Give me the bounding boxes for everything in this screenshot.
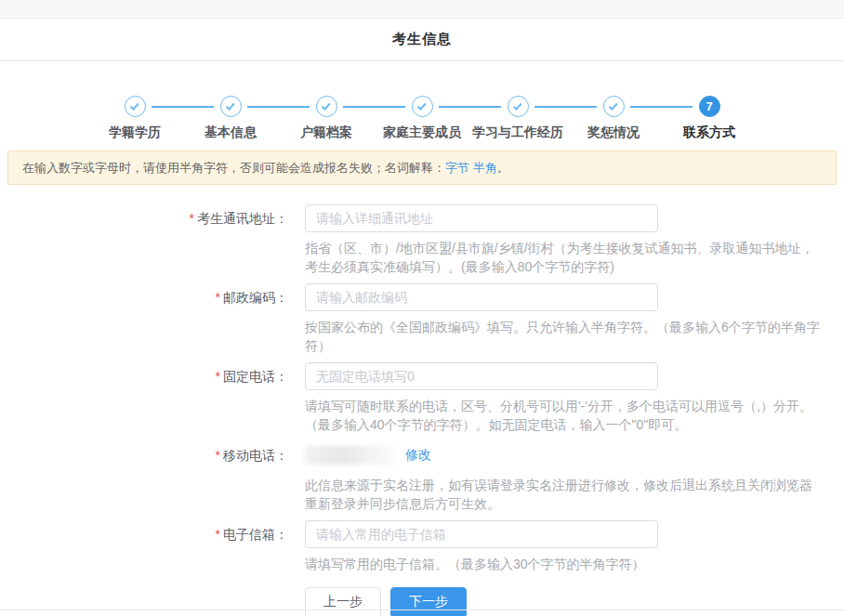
halfwidth-definition-link[interactable]: 半角	[473, 161, 497, 175]
field-label: *固定电话：	[0, 362, 288, 434]
step-done-circle	[603, 96, 625, 117]
step-done-circle	[412, 96, 433, 117]
check-icon	[129, 101, 138, 111]
landline-help-text: 请填写可随时联系的电话，区号、分机号可以用'-'分开，多个电话可以用逗号（,）分…	[305, 398, 824, 434]
step-item-student-status: 学籍学历	[87, 96, 183, 141]
field-row-mobile: *移动电话： 修改 此信息来源于实名注册，如有误请登录实名注册进行修改，修改后退…	[0, 441, 844, 513]
modify-phone-link[interactable]: 修改	[405, 447, 431, 464]
candidate-info-page: 考生信息 学籍学历 基本信息 户籍档案 家庭主要成员 学习与工作经历 奖惩情况 …	[0, 0, 844, 616]
step-label: 户籍档案	[300, 125, 352, 141]
step-label: 家庭主要成员	[383, 125, 461, 141]
field-label: *考生通讯地址：	[0, 204, 288, 276]
form-actions: 上一步 下一步	[305, 587, 844, 616]
step-item-family-members: 家庭主要成员	[375, 96, 470, 141]
email-input[interactable]	[305, 520, 658, 548]
panel-bottom-border	[0, 609, 844, 610]
step-label: 基本信息	[204, 125, 257, 141]
top-strip	[0, 0, 844, 19]
field-row-email: *电子信箱： 请填写常用的电子信箱。（最多输入30个字节的半角字符）	[0, 520, 844, 574]
field-row-postcode: *邮政编码： 按国家公布的《全国邮政编码》填写。只允许输入半角字符。（最多输入6…	[0, 283, 844, 355]
step-item-contact-info: 7 联系方式	[662, 96, 758, 141]
email-help-text: 请填写常用的电子信箱。（最多输入30个字节的半角字符）	[305, 556, 824, 574]
step-done-circle	[508, 96, 529, 117]
field-row-landline: *固定电话： 请填写可随时联系的电话，区号、分机号可以用'-'分开，多个电话可以…	[0, 362, 844, 434]
step-item-study-work-history: 学习与工作经历	[470, 96, 566, 141]
previous-step-button[interactable]: 上一步	[305, 587, 381, 616]
required-asterisk: *	[190, 211, 194, 226]
address-input[interactable]	[305, 204, 658, 232]
check-icon	[512, 101, 521, 111]
notice-suffix: 。	[497, 161, 509, 175]
byte-definition-link[interactable]: 字节	[445, 161, 469, 175]
required-asterisk: *	[216, 448, 220, 463]
step-done-circle	[316, 96, 337, 117]
field-label: *移动电话：	[0, 441, 288, 513]
mobile-help-text: 此信息来源于实名注册，如有误请登录实名注册进行修改，修改后退出系统且关闭浏览器重…	[305, 477, 824, 513]
step-label: 奖惩情况	[587, 125, 640, 141]
check-icon	[321, 101, 330, 111]
address-help-text: 指省（区、市）/地市区盟/县市旗/乡镇/街村（为考生接收复试通知书、录取通知书地…	[305, 240, 824, 276]
postcode-input[interactable]	[305, 283, 658, 311]
required-asterisk: *	[216, 527, 220, 542]
field-row-address: *考生通讯地址： 指省（区、市）/地市区盟/县市旗/乡镇/街村（为考生接收复试通…	[0, 204, 844, 276]
step-item-rewards-punishments: 奖惩情况	[566, 96, 662, 141]
page-title: 考生信息	[392, 31, 452, 48]
required-asterisk: *	[216, 369, 220, 384]
redacted-phone-number	[305, 446, 398, 465]
notice-text: 在输入数字或字母时，请使用半角字符，否则可能会造成报名失败；名词解释：	[22, 161, 445, 175]
step-label: 学籍学历	[109, 125, 161, 141]
landline-input[interactable]	[305, 362, 658, 390]
step-done-circle	[125, 96, 146, 117]
halfwidth-notice-banner: 在输入数字或字母时，请使用半角字符，否则可能会造成报名失败；名词解释：字节 半角…	[7, 151, 837, 185]
field-label: *电子信箱：	[0, 520, 288, 574]
progress-stepper: 学籍学历 基本信息 户籍档案 家庭主要成员 学习与工作经历 奖惩情况 7 联系方…	[0, 96, 844, 141]
required-asterisk: *	[216, 290, 220, 305]
check-icon	[416, 101, 426, 111]
contact-info-form: *考生通讯地址： 指省（区、市）/地市区盟/县市旗/乡镇/街村（为考生接收复试通…	[0, 204, 844, 616]
next-step-button[interactable]: 下一步	[390, 587, 467, 616]
step-item-basic-info: 基本信息	[183, 96, 279, 141]
field-label: *邮政编码：	[0, 283, 288, 355]
step-item-household-archive: 户籍档案	[279, 96, 375, 141]
step-done-circle	[220, 96, 242, 117]
check-icon	[608, 101, 617, 111]
title-bar: 考生信息	[0, 19, 844, 61]
step-number: 7	[706, 99, 712, 113]
postcode-help-text: 按国家公布的《全国邮政编码》填写。只允许输入半角字符。（最多输入6个字节的半角字…	[305, 319, 824, 355]
step-label: 联系方式	[683, 125, 735, 141]
step-label: 学习与工作经历	[472, 125, 563, 141]
check-icon	[225, 101, 234, 111]
step-current-circle: 7	[699, 96, 720, 117]
